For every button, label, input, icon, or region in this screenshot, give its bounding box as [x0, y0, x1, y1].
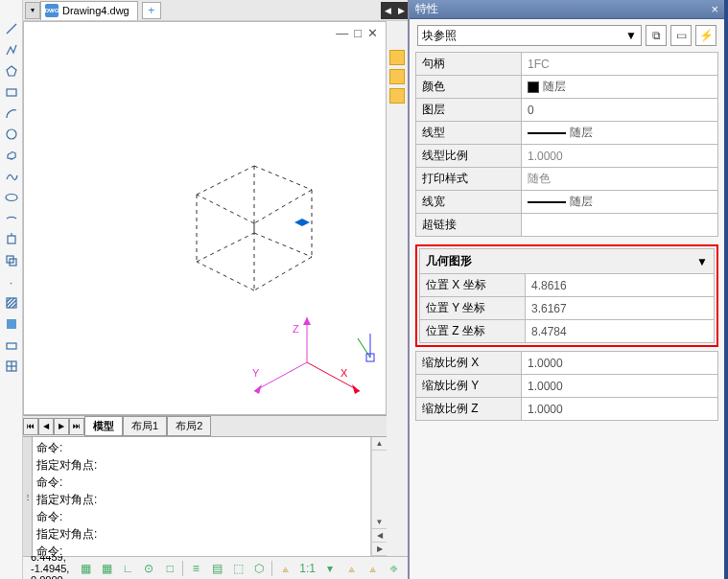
rectangle-tool[interactable]	[4, 84, 19, 100]
annotation-dropdown[interactable]: ▾	[321, 560, 339, 577]
document-tabbar: ▾ DWG Drawing4.dwg + ◀ ▶	[23, 0, 408, 21]
transparency-toggle[interactable]: ▤	[208, 560, 225, 577]
region-tool[interactable]	[4, 337, 19, 353]
svg-marker-34	[254, 384, 262, 394]
layout-next[interactable]: ▶	[54, 418, 69, 435]
annotation-scale[interactable]: 1:1	[297, 560, 317, 577]
ellipse-arc-tool[interactable]	[4, 211, 19, 226]
minimize-viewport[interactable]: —	[336, 26, 348, 40]
command-window: ⋮ 命令: 指定对角点: 命令: 指定对角点: 命令: 指定对角点: 命令: ▲…	[23, 436, 387, 556]
object-type-selector[interactable]: 块参照▼	[417, 25, 642, 46]
tab-scroll-right[interactable]: ▶	[394, 2, 408, 19]
select-objects[interactable]: ▭	[670, 25, 692, 46]
spline-tool[interactable]	[4, 169, 19, 184]
prop-ltscale-value[interactable]: 1.0000	[522, 145, 718, 168]
geometry-section-header[interactable]: 几何图形▼	[419, 248, 715, 273]
polygon-tool[interactable]	[4, 63, 19, 79]
tab-list-dropdown[interactable]: ▾	[25, 2, 40, 19]
toggle-pickadd[interactable]: ⧉	[646, 25, 667, 46]
maximize-viewport[interactable]: □	[354, 26, 362, 40]
ellipse-tool[interactable]	[4, 190, 19, 205]
svg-rect-5	[8, 236, 15, 243]
svg-rect-2	[7, 89, 16, 96]
arc-tool[interactable]	[4, 105, 19, 121]
gradient-tool[interactable]	[4, 316, 19, 332]
svg-line-33	[254, 362, 307, 391]
workspace-switch[interactable]: ⟁	[342, 560, 360, 577]
osnap-toggle[interactable]: □	[161, 560, 178, 577]
circle-tool[interactable]	[4, 127, 19, 142]
prop-scale-z-value[interactable]: 1.0000	[522, 398, 718, 421]
prop-linetype-value[interactable]: 随层	[522, 122, 718, 145]
snap-toggle[interactable]: ▦	[98, 560, 115, 577]
draw-toolbar: ·	[0, 0, 23, 579]
ucs-z-label: Z	[293, 323, 299, 335]
dynamic-ucs[interactable]: ⬡	[250, 560, 268, 577]
selection-grip[interactable]	[294, 219, 310, 226]
svg-line-37	[358, 338, 370, 358]
command-handle[interactable]: ⋮	[23, 437, 33, 556]
svg-line-13	[12, 304, 16, 308]
layout-first[interactable]: ⏮	[23, 418, 38, 435]
view-toolbar	[387, 21, 408, 556]
layout-tab-model[interactable]: 模型	[84, 416, 123, 436]
grid-toggle[interactable]: ▦	[77, 560, 94, 577]
svg-line-20	[254, 166, 312, 190]
dwg-icon: DWG	[45, 4, 59, 17]
svg-marker-1	[7, 66, 16, 76]
prop-hyperlink-value[interactable]	[522, 214, 718, 237]
svg-rect-9	[7, 298, 16, 308]
layout-last[interactable]: ⏭	[69, 418, 84, 435]
geometry-highlight-box: 几何图形▼ 位置 X 坐标4.8616 位置 Y 坐标3.6167 位置 Z 坐…	[415, 244, 718, 347]
view-tool-2[interactable]	[389, 69, 405, 84]
svg-line-31	[307, 362, 360, 391]
revcloud-tool[interactable]	[4, 148, 19, 163]
selection-cycle[interactable]: ⬚	[229, 560, 247, 577]
hardware-accel[interactable]: ⎆	[385, 560, 402, 577]
new-tab-button[interactable]: +	[142, 2, 161, 19]
prop-scale-y-value[interactable]: 1.0000	[522, 375, 718, 398]
prop-scale-x-value[interactable]: 1.0000	[522, 352, 718, 375]
quick-select[interactable]: ⚡	[695, 25, 716, 46]
make-block-tool[interactable]	[4, 253, 19, 268]
ucs-x-label: X	[341, 367, 348, 379]
properties-title: 特性	[415, 1, 438, 17]
prop-plotstyle-value[interactable]: 随色	[522, 168, 718, 191]
isolate-objects[interactable]: ⟁	[364, 560, 381, 577]
prop-pos-z-value[interactable]: 8.4784	[526, 320, 715, 343]
ucs-mini-icon	[353, 329, 378, 367]
layout-prev[interactable]: ◀	[38, 418, 54, 435]
prop-pos-y-value[interactable]: 3.6167	[526, 297, 715, 320]
lineweight-toggle[interactable]: ≡	[187, 560, 204, 577]
svg-point-3	[7, 129, 16, 139]
svg-line-0	[7, 24, 16, 34]
prop-lineweight-value[interactable]: 随层	[522, 191, 718, 214]
layout-tab-layout2[interactable]: 布局2	[167, 416, 211, 436]
polyline-tool[interactable]	[4, 42, 19, 58]
polar-toggle[interactable]: ⊙	[140, 560, 157, 577]
tab-scroll-left[interactable]: ◀	[381, 2, 394, 19]
workspace-icon[interactable]: ⟁	[276, 560, 294, 577]
command-history[interactable]: 命令: 指定对角点: 命令: 指定对角点: 命令: 指定对角点: 命令:	[33, 437, 371, 556]
drawing-canvas[interactable]: — □ ✕	[23, 21, 387, 415]
layout-tab-layout1[interactable]: 布局1	[123, 416, 167, 436]
view-tool-3[interactable]	[389, 88, 405, 104]
hatch-tool[interactable]	[4, 295, 19, 311]
ucs-y-label: Y	[252, 367, 260, 379]
properties-close[interactable]: ×	[711, 2, 718, 16]
file-tab[interactable]: DWG Drawing4.dwg	[40, 1, 138, 20]
prop-layer-value[interactable]: 0	[522, 99, 718, 122]
point-tool[interactable]: ·	[4, 274, 19, 290]
table-tool[interactable]	[4, 359, 19, 374]
command-scrollbar[interactable]: ▲▼◀▶	[371, 437, 387, 556]
prop-pos-x-value[interactable]: 4.8616	[526, 274, 715, 297]
ortho-toggle[interactable]: ∟	[119, 560, 136, 577]
close-viewport[interactable]: ✕	[367, 26, 378, 40]
svg-line-24	[254, 233, 312, 257]
prop-color-value[interactable]: 随层	[522, 76, 718, 99]
insert-block-tool[interactable]	[4, 232, 19, 247]
view-tool-1[interactable]	[389, 50, 405, 65]
prop-handle-value[interactable]: 1FC	[522, 53, 718, 76]
line-tool[interactable]	[4, 21, 19, 36]
right-dock-edge[interactable]	[724, 0, 728, 579]
